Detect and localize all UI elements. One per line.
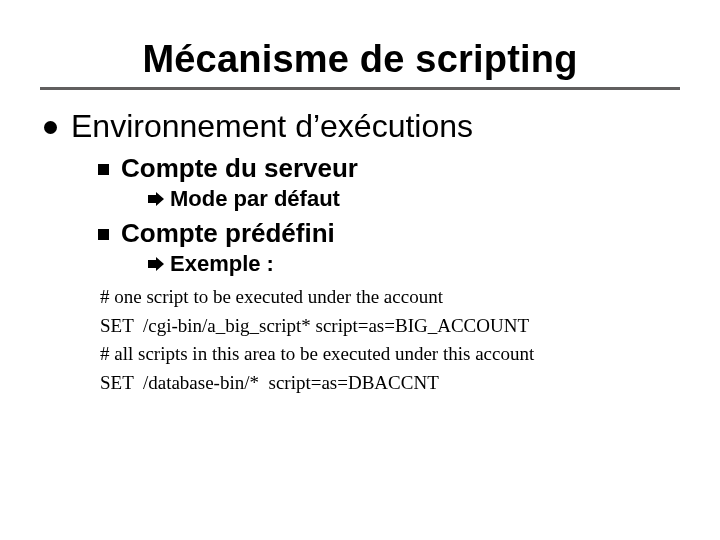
slide-title: Mécanisme de scripting [40, 38, 680, 81]
bullet-level3-text: Exemple : [170, 251, 274, 277]
bullet-square-icon [98, 164, 109, 175]
arrow-right-icon [148, 257, 164, 275]
title-underline [40, 87, 680, 90]
code-block: # one script to be executed under the ac… [100, 283, 680, 397]
bullet-circle-icon [44, 121, 57, 134]
bullet-level1-text: Environnement d’exécutions [71, 108, 473, 145]
bullet-level2-text: Compte du serveur [121, 153, 358, 184]
bullet-level2: Compte du serveur [98, 153, 680, 184]
bullet-level3: Exemple : [148, 251, 680, 277]
bullet-level1: Environnement d’exécutions [44, 108, 680, 145]
bullet-level3: Mode par défaut [148, 186, 680, 212]
code-line: # one script to be executed under the ac… [100, 283, 680, 312]
code-line: SET /database-bin/* script=as=DBACCNT [100, 369, 680, 398]
code-line: # all scripts in this area to be execute… [100, 340, 680, 369]
bullet-level3-text: Mode par défaut [170, 186, 340, 212]
code-line: SET /cgi-bin/a_big_script* script=as=BIG… [100, 312, 680, 341]
bullet-level2: Compte prédéfini [98, 218, 680, 249]
arrow-right-icon [148, 192, 164, 210]
bullet-square-icon [98, 229, 109, 240]
bullet-level2-text: Compte prédéfini [121, 218, 335, 249]
slide: Mécanisme de scripting Environnement d’e… [0, 0, 720, 540]
